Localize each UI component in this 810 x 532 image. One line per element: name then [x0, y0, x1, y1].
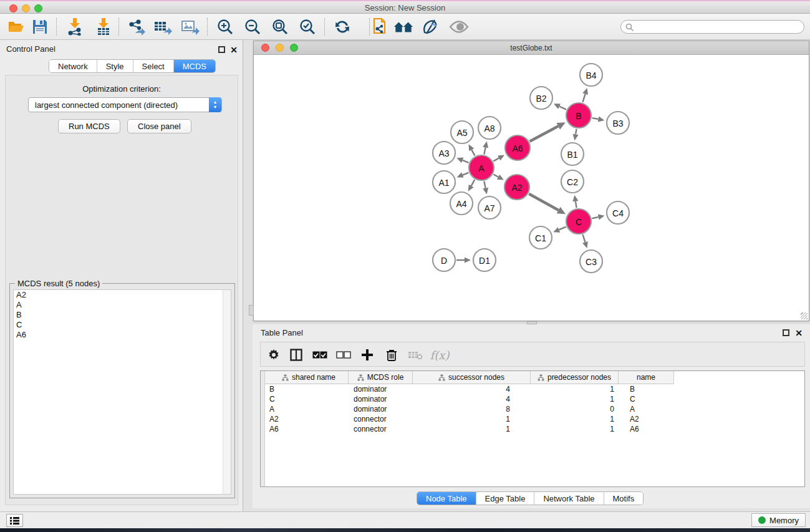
graph-edge[interactable]	[471, 150, 475, 156]
graph-edge[interactable]	[583, 235, 586, 242]
zoom-out-icon[interactable]	[243, 17, 263, 36]
tab-network-table[interactable]: Network Table	[534, 492, 604, 505]
eye-icon[interactable]	[449, 17, 469, 36]
graph-edge-arrowhead	[582, 241, 588, 248]
result-item[interactable]: A2	[14, 290, 231, 300]
graph-edge-arrowhead	[483, 188, 488, 195]
run-mcds-button[interactable]: Run MCDS	[58, 119, 120, 133]
export-table-icon[interactable]	[153, 17, 173, 36]
search-input[interactable]	[620, 20, 804, 34]
tab-select[interactable]: Select	[133, 60, 174, 72]
table-row[interactable]: A dominator 8 0 A	[265, 405, 804, 415]
memory-button[interactable]: Memory	[751, 513, 806, 527]
graph-node-label: A7	[484, 203, 494, 213]
delete-row-trash-icon[interactable]	[382, 346, 401, 364]
column-type-icon	[438, 374, 445, 381]
close-panel-icon[interactable]: ✕	[795, 327, 803, 339]
graph-edge[interactable]	[592, 217, 598, 218]
column-header-shared-name[interactable]: shared name	[265, 371, 349, 384]
graph-edge[interactable]	[576, 201, 577, 208]
graph-node-label: D	[441, 256, 447, 266]
graph-node-label: B2	[536, 94, 546, 104]
label-toggle-icon[interactable]	[421, 17, 441, 36]
graph-edge[interactable]	[484, 147, 485, 154]
graph-edge-arrowhead	[573, 134, 579, 141]
column-header-successor-nodes[interactable]: successor nodes	[413, 371, 531, 384]
column-header-predecessor-nodes[interactable]: predecessor nodes	[531, 371, 619, 384]
network-canvas[interactable]: B4B2BB3A8A5A6A3B1AC2A1A2A4A7C4CC1C3DD1	[254, 55, 809, 321]
resize-grip-icon[interactable]	[801, 312, 808, 319]
table-row[interactable]: A6 connector 1 1 A6	[265, 425, 804, 435]
import-network-icon[interactable]	[65, 17, 85, 36]
tab-mcds[interactable]: MCDS	[174, 60, 215, 72]
column-type-icon	[282, 374, 289, 381]
float-panel-icon[interactable]	[218, 44, 225, 56]
select-all-icon[interactable]	[311, 346, 329, 364]
graph-node-label: A3	[438, 148, 449, 158]
toolbar-separator	[207, 18, 208, 36]
export-network-icon[interactable]	[126, 17, 146, 36]
table-settings-gear-icon[interactable]	[264, 346, 283, 364]
control-panel-tabs: Network Style Select MCDS	[49, 59, 216, 73]
search-icon	[625, 23, 634, 32]
table-body: B dominator 4 1 B C dominator 4 1 C A do…	[265, 385, 804, 486]
float-panel-icon[interactable]	[783, 327, 789, 339]
save-session-icon[interactable]	[30, 17, 50, 36]
column-header-mcds-role[interactable]: MCDS role	[349, 371, 413, 384]
mcds-result-title: MCDS result (5 nodes)	[15, 279, 102, 288]
zoom-fit-icon[interactable]	[270, 17, 290, 36]
graph-edge[interactable]	[559, 107, 566, 110]
network-view-window: testGlobe.txt B4B2BB3A8A5A6A3B1AC2A1A2A4…	[253, 41, 809, 321]
table-row[interactable]: C dominator 4 1 C	[265, 395, 804, 405]
graph-edge[interactable]	[471, 180, 475, 186]
open-session-icon[interactable]	[6, 17, 26, 36]
import-table-icon[interactable]	[94, 17, 113, 36]
split-divider-grip[interactable]	[249, 305, 254, 316]
network-window-titlebar[interactable]: testGlobe.txt	[254, 41, 809, 55]
network-from-selection-icon[interactable]	[369, 17, 389, 36]
export-image-icon[interactable]	[180, 17, 200, 36]
tab-network[interactable]: Network	[49, 60, 97, 72]
table-panel: Table Panel ✕	[253, 324, 810, 508]
graph-edge[interactable]	[576, 129, 576, 135]
close-panel-icon[interactable]: ✕	[230, 44, 238, 56]
tab-node-table[interactable]: Node Table	[417, 492, 476, 505]
graph-edge[interactable]	[592, 118, 599, 119]
mcds-result-list[interactable]: A2 A B C A6	[13, 289, 231, 495]
tab-motifs[interactable]: Motifs	[604, 492, 644, 505]
function-builder-icon[interactable]: f(x)	[430, 346, 449, 364]
control-panel: Control Panel ✕ Network Style Select MCD…	[0, 40, 243, 511]
result-item[interactable]: B	[14, 310, 231, 320]
optimization-criterion-select[interactable]: largest connected component (directed) ▲…	[28, 97, 222, 112]
table-row[interactable]: B dominator 4 1 B	[265, 385, 804, 395]
zoom-selected-icon[interactable]	[297, 17, 317, 36]
graph-edge[interactable]	[493, 175, 498, 177]
graph-edge[interactable]	[463, 173, 469, 175]
select-stepper-icon: ▲▼	[209, 97, 221, 112]
graph-edge[interactable]	[484, 181, 485, 188]
home-icon[interactable]	[393, 17, 413, 36]
column-header-name[interactable]: name	[619, 371, 674, 384]
table-row[interactable]: A2 connector 1 1 A2	[265, 415, 804, 425]
graph-edge[interactable]	[529, 194, 558, 210]
graph-edge[interactable]	[529, 126, 558, 141]
deselect-all-icon[interactable]	[334, 346, 353, 364]
graph-edge[interactable]	[559, 227, 566, 230]
graph-edge[interactable]	[493, 158, 499, 161]
refresh-icon[interactable]	[332, 17, 352, 36]
task-history-button[interactable]	[6, 514, 23, 527]
delete-column-icon[interactable]	[406, 346, 425, 364]
tab-edge-table[interactable]: Edge Table	[476, 492, 535, 505]
close-panel-button[interactable]: Close panel	[127, 119, 191, 133]
tab-style[interactable]: Style	[97, 60, 133, 72]
result-item[interactable]: A6	[14, 330, 231, 340]
graph-edge[interactable]	[582, 94, 585, 102]
result-scrollbar[interactable]	[223, 290, 231, 494]
create-column-icon[interactable]	[358, 346, 377, 364]
network-window-title: testGlobe.txt	[254, 44, 809, 52]
result-item[interactable]: C	[14, 320, 231, 330]
zoom-in-icon[interactable]	[215, 17, 235, 36]
graph-edge[interactable]	[463, 160, 469, 163]
result-item[interactable]: A	[14, 300, 231, 310]
show-columns-icon[interactable]	[287, 346, 306, 364]
